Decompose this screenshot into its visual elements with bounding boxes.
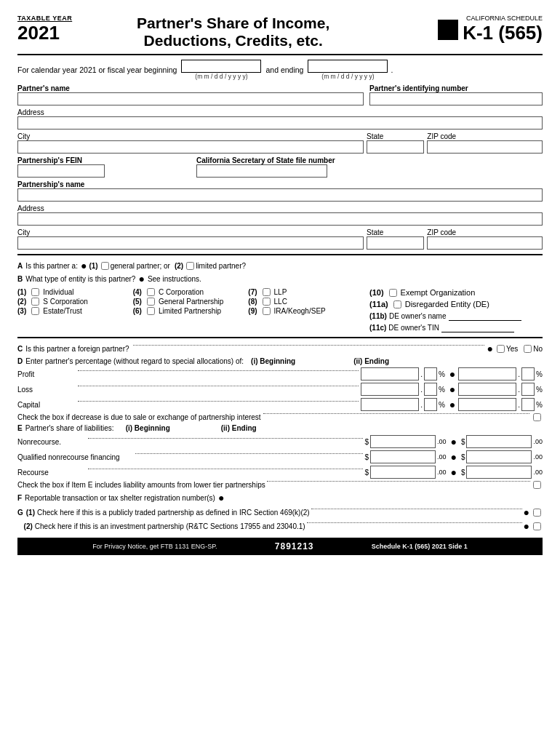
nonrecourse-beginning-input[interactable] bbox=[370, 435, 436, 448]
recourse-ending-input[interactable] bbox=[466, 466, 532, 479]
partnership-state-input[interactable] bbox=[367, 236, 424, 250]
entity-2-label: S Corporation bbox=[43, 298, 88, 306]
entity-s-corp-checkbox[interactable] bbox=[31, 298, 39, 306]
title-line1: Partner's Share of Income, bbox=[28, 15, 438, 32]
section-d-check-checkbox[interactable] bbox=[533, 413, 541, 421]
section-g1-checkbox[interactable] bbox=[533, 509, 541, 517]
nonrecourse-dots bbox=[88, 438, 363, 439]
profit-ending-input[interactable] bbox=[458, 367, 516, 381]
entity-llp-checkbox[interactable] bbox=[263, 288, 271, 296]
ca-sec-label: California Secretary of State file numbe… bbox=[196, 156, 543, 164]
entity-exempt-org-checkbox[interactable] bbox=[389, 289, 397, 297]
section-f-bullet: ● bbox=[218, 492, 224, 503]
section-e-beginning-header: (i) Beginning bbox=[126, 424, 170, 432]
partner-id-label: Partner's identifying number bbox=[369, 84, 543, 92]
partnership-city-state-row: City State ZIP code bbox=[17, 228, 543, 250]
entity-estate-trust-checkbox[interactable] bbox=[31, 307, 39, 315]
entity-11a-num: (11a) bbox=[369, 300, 388, 308]
partnership-zip-label: ZIP code bbox=[427, 228, 543, 236]
loss-dot1: . bbox=[420, 386, 423, 394]
partner-id-input[interactable] bbox=[369, 92, 543, 105]
entity-c-corp-checkbox[interactable] bbox=[147, 288, 155, 296]
entity-6-num: (6) bbox=[133, 307, 142, 315]
partner-city-input[interactable] bbox=[17, 140, 364, 154]
entity-9-label: IRA/Keogh/SEP bbox=[274, 307, 326, 315]
loss-ending-group: . % bbox=[458, 383, 543, 396]
section-g2-bullet: ● bbox=[524, 520, 529, 532]
partnership-name-input[interactable] bbox=[17, 188, 543, 202]
foreign-partner-yes-checkbox[interactable] bbox=[497, 345, 505, 353]
capital-beginning-input[interactable] bbox=[361, 398, 419, 411]
partner-state-col: State bbox=[367, 132, 424, 154]
partnership-address-input[interactable] bbox=[17, 212, 543, 226]
entity-c-corporation: (4) C Corporation bbox=[133, 287, 249, 297]
section-d-ending-header: (ii) Ending bbox=[353, 357, 389, 365]
footer-form-code: 7891213 bbox=[275, 541, 314, 551]
partnership-zip-input[interactable] bbox=[427, 236, 543, 250]
recourse-beginning-group: $ .00 ● $ .00 bbox=[364, 466, 543, 479]
de-owner-name-field[interactable] bbox=[449, 311, 521, 321]
partner-name-input[interactable] bbox=[17, 92, 364, 105]
section-e-check-checkbox[interactable] bbox=[533, 481, 541, 489]
ca-sec-input[interactable] bbox=[196, 164, 327, 178]
partner-zip-input[interactable] bbox=[427, 140, 543, 154]
section-d-text: Enter partner's percentage (without rega… bbox=[25, 357, 244, 365]
entity-section: A Is this partner a: ● (1) general partn… bbox=[17, 260, 543, 332]
profit-beginning-decimal[interactable] bbox=[424, 367, 437, 381]
limited-partner-checkbox[interactable] bbox=[186, 262, 194, 270]
partnership-city-label: City bbox=[17, 228, 364, 236]
entity-individual-checkbox[interactable] bbox=[31, 288, 39, 296]
nonrecourse-ending-input[interactable] bbox=[466, 435, 532, 448]
capital-ending-input[interactable] bbox=[458, 398, 516, 411]
partner-state-input[interactable] bbox=[367, 140, 424, 154]
general-partner-checkbox[interactable] bbox=[101, 262, 109, 270]
period-end: . bbox=[391, 65, 393, 74]
fiscal-year-ending-input[interactable] bbox=[308, 60, 388, 73]
fein-input[interactable] bbox=[17, 164, 105, 178]
entity-lim-part-checkbox[interactable] bbox=[147, 307, 155, 315]
fiscal-year-beginning-input[interactable] bbox=[181, 60, 261, 73]
foreign-partner-no-checkbox[interactable] bbox=[524, 345, 532, 353]
loss-beginning-decimal[interactable] bbox=[424, 383, 437, 396]
recourse-beginning-input[interactable] bbox=[370, 466, 436, 479]
qualified-beginning-input[interactable] bbox=[370, 450, 436, 463]
footer-black-box-right bbox=[525, 540, 538, 553]
section-b-bullet: ● bbox=[138, 273, 144, 284]
entity-llc-checkbox[interactable] bbox=[263, 298, 271, 306]
entity-4-num: (4) bbox=[133, 288, 142, 296]
entity-ira-checkbox[interactable] bbox=[263, 307, 271, 315]
capital-bullet: ● bbox=[449, 399, 455, 410]
section-a-opt1-label: general partner; or bbox=[111, 262, 170, 270]
footer-black-box-left bbox=[22, 540, 35, 553]
nonrecourse-label: Nonrecourse. bbox=[17, 438, 87, 446]
partnership-zip-col: ZIP code bbox=[427, 228, 543, 250]
entity-gen-part-checkbox[interactable] bbox=[147, 298, 155, 306]
profit-ending-decimal[interactable] bbox=[521, 367, 535, 381]
de-owner-tin-field[interactable] bbox=[441, 322, 514, 332]
qualified-cents2: .00 bbox=[533, 453, 543, 461]
section-g2-checkbox[interactable] bbox=[533, 522, 541, 530]
profit-beginning-input[interactable] bbox=[361, 367, 419, 381]
entity-11a-label: Disregarded Entity (DE) bbox=[405, 300, 489, 308]
loss-ending-decimal[interactable] bbox=[521, 383, 535, 396]
nonrecourse-row: Nonrecourse. $ .00 ● $ .00 bbox=[17, 435, 543, 448]
loss-row: Loss . % ● . % bbox=[17, 383, 543, 396]
loss-ending-input[interactable] bbox=[458, 383, 516, 396]
capital-pct-sym2: % bbox=[536, 401, 543, 409]
partner-address-input[interactable] bbox=[17, 116, 543, 130]
partnership-address-row: Address bbox=[17, 204, 543, 226]
loss-beginning-input[interactable] bbox=[361, 383, 419, 396]
section-g2-spacer bbox=[17, 522, 22, 530]
entity-de-checkbox[interactable] bbox=[393, 300, 401, 308]
section-g: G (1) Check here if this is a publicly t… bbox=[17, 506, 543, 532]
profit-bullet: ● bbox=[449, 369, 455, 379]
section-e-check-dots bbox=[267, 481, 530, 482]
partner-name-id-row: Partner's name Partner's identifying num… bbox=[17, 84, 543, 105]
section-e-header: E Partner's share of liabilities: (i) Be… bbox=[17, 424, 543, 432]
partnership-city-input[interactable] bbox=[17, 236, 364, 250]
capital-beginning-decimal[interactable] bbox=[424, 398, 437, 411]
capital-ending-decimal[interactable] bbox=[521, 398, 535, 411]
nonrecourse-cents1: .00 bbox=[437, 438, 447, 445]
qualified-ending-input[interactable] bbox=[466, 450, 532, 463]
capital-row: Capital . % ● . % bbox=[17, 398, 543, 411]
